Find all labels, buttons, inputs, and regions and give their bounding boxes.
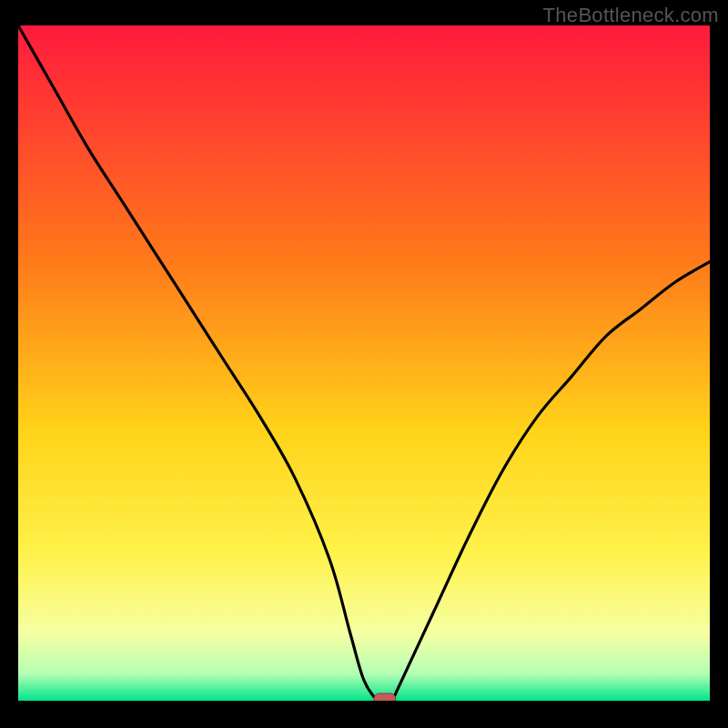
- chart-frame: TheBottleneck.com: [0, 0, 728, 728]
- minimum-marker: [374, 693, 396, 701]
- bottleneck-plot: [18, 25, 710, 701]
- watermark-text: TheBottleneck.com: [543, 4, 719, 27]
- gradient-background: [18, 25, 710, 701]
- plot-svg: [18, 25, 710, 701]
